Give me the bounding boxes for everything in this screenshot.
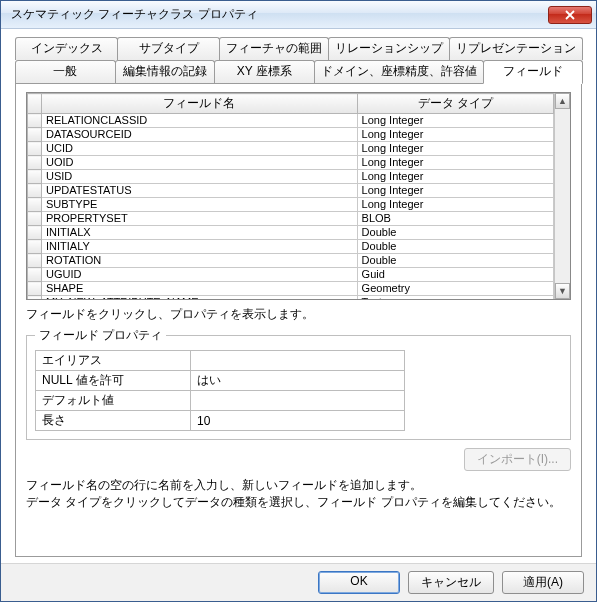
table-row[interactable]: PROPERTYSETBLOB <box>28 212 554 226</box>
header-field-name[interactable]: フィールド名 <box>42 94 358 114</box>
row-header[interactable] <box>28 282 42 296</box>
cell-data-type[interactable]: Long Integer <box>357 114 553 128</box>
tab-subtype[interactable]: サブタイプ <box>117 37 220 60</box>
cell-data-type[interactable]: Geometry <box>357 282 553 296</box>
cell-field-name[interactable]: USID <box>42 170 358 184</box>
table-row[interactable]: INITIALXDouble <box>28 226 554 240</box>
tab-relationship[interactable]: リレーションシップ <box>328 37 450 60</box>
dialog-window: スケマティック フィーチャクラス プロパティ インデックス サブタイプ フィーチ… <box>0 0 597 602</box>
tab-feature-extent[interactable]: フィーチャの範囲 <box>219 37 329 60</box>
table-row[interactable]: SHAPEGeometry <box>28 282 554 296</box>
row-header[interactable] <box>28 254 42 268</box>
cell-field-name[interactable]: DATASOURCEID <box>42 128 358 142</box>
table-row[interactable]: INITIALYDouble <box>28 240 554 254</box>
table-row[interactable]: ROTATIONDouble <box>28 254 554 268</box>
row-header[interactable] <box>28 198 42 212</box>
property-value[interactable]: はい <box>190 371 404 391</box>
tab-representation[interactable]: リプレゼンテーション <box>449 37 583 60</box>
close-button[interactable] <box>548 6 592 24</box>
tab-panel-fields: フィールド名 データ タイプ RELATIONCLASSIDLong Integ… <box>15 83 582 557</box>
scroll-up-arrow[interactable]: ▲ <box>555 93 570 109</box>
header-data-type[interactable]: データ タイプ <box>357 94 553 114</box>
scroll-track[interactable] <box>555 109 570 283</box>
tab-fields[interactable]: フィールド <box>483 60 584 84</box>
hint-line-1: フィールド名の空の行に名前を入力し、新しいフィールドを追加します。 <box>26 478 422 492</box>
tab-general[interactable]: 一般 <box>15 60 116 83</box>
cell-data-type[interactable]: Long Integer <box>357 198 553 212</box>
cell-data-type[interactable]: Guid <box>357 268 553 282</box>
property-value[interactable]: 10 <box>190 411 404 431</box>
field-table[interactable]: フィールド名 データ タイプ RELATIONCLASSIDLong Integ… <box>27 93 554 299</box>
hint-add-field: フィールド名の空の行に名前を入力し、新しいフィールドを追加します。 データ タイ… <box>26 477 571 512</box>
tab-editor-tracking[interactable]: 編集情報の記録 <box>115 60 216 83</box>
row-header[interactable] <box>28 226 42 240</box>
table-row[interactable]: UCIDLong Integer <box>28 142 554 156</box>
field-table-container: フィールド名 データ タイプ RELATIONCLASSIDLong Integ… <box>26 92 571 300</box>
cell-data-type[interactable]: Long Integer <box>357 170 553 184</box>
property-label: NULL 値を許可 <box>36 371 191 391</box>
cell-field-name[interactable]: UCID <box>42 142 358 156</box>
table-row[interactable]: UPDATESTATUSLong Integer <box>28 184 554 198</box>
property-row[interactable]: 長さ10 <box>36 411 405 431</box>
row-header[interactable] <box>28 128 42 142</box>
row-header[interactable] <box>28 114 42 128</box>
property-value[interactable] <box>190 391 404 411</box>
row-header[interactable] <box>28 142 42 156</box>
field-table-scrollbar[interactable]: ▲ ▼ <box>554 93 570 299</box>
table-row[interactable]: DATASOURCEIDLong Integer <box>28 128 554 142</box>
cancel-button[interactable]: キャンセル <box>408 571 494 594</box>
cell-field-name[interactable]: INITIALX <box>42 226 358 240</box>
field-properties-table[interactable]: エイリアスNULL 値を許可はいデフォルト値長さ10 <box>35 350 405 431</box>
hint-line-2: データ タイプをクリックしてデータの種類を選択し、フィールド プロパティを編集し… <box>26 495 561 509</box>
cell-data-type[interactable]: Long Integer <box>357 156 553 170</box>
property-label: エイリアス <box>36 351 191 371</box>
cell-field-name[interactable]: RELATIONCLASSID <box>42 114 358 128</box>
cell-data-type[interactable]: Long Integer <box>357 142 553 156</box>
import-button: インポート(I)... <box>464 448 571 471</box>
cell-field-name[interactable]: UGUID <box>42 268 358 282</box>
table-row[interactable]: UGUIDGuid <box>28 268 554 282</box>
table-row[interactable]: MY_NEW_ATTRIBUTE_NAMEText <box>28 296 554 300</box>
cell-data-type[interactable]: Text <box>357 296 553 300</box>
table-row[interactable]: USIDLong Integer <box>28 170 554 184</box>
window-title: スケマティック フィーチャクラス プロパティ <box>11 6 548 23</box>
field-table-header-row: フィールド名 データ タイプ <box>28 94 554 114</box>
table-row[interactable]: SUBTYPELong Integer <box>28 198 554 212</box>
property-row[interactable]: デフォルト値 <box>36 391 405 411</box>
cell-data-type[interactable]: Long Integer <box>357 184 553 198</box>
cell-data-type[interactable]: BLOB <box>357 212 553 226</box>
property-row[interactable]: NULL 値を許可はい <box>36 371 405 391</box>
cell-data-type[interactable]: Double <box>357 254 553 268</box>
cell-data-type[interactable]: Double <box>357 226 553 240</box>
cell-field-name[interactable]: UPDATESTATUS <box>42 184 358 198</box>
close-icon <box>565 10 575 20</box>
cell-field-name[interactable]: UOID <box>42 156 358 170</box>
tab-xy-coords[interactable]: XY 座標系 <box>214 60 315 83</box>
cell-field-name[interactable]: INITIALY <box>42 240 358 254</box>
cell-field-name[interactable]: MY_NEW_ATTRIBUTE_NAME <box>42 296 358 300</box>
table-row[interactable]: UOIDLong Integer <box>28 156 554 170</box>
property-value[interactable] <box>190 351 404 371</box>
cell-data-type[interactable]: Long Integer <box>357 128 553 142</box>
tab-domain-precision[interactable]: ドメイン、座標精度、許容値 <box>314 60 484 83</box>
scroll-down-arrow[interactable]: ▼ <box>555 283 570 299</box>
row-header[interactable] <box>28 296 42 300</box>
dialog-footer: OK キャンセル 適用(A) <box>1 563 596 601</box>
cell-field-name[interactable]: PROPERTYSET <box>42 212 358 226</box>
cell-field-name[interactable]: ROTATION <box>42 254 358 268</box>
property-row[interactable]: エイリアス <box>36 351 405 371</box>
row-header[interactable] <box>28 212 42 226</box>
cell-field-name[interactable]: SUBTYPE <box>42 198 358 212</box>
table-row[interactable]: RELATIONCLASSIDLong Integer <box>28 114 554 128</box>
cell-data-type[interactable]: Double <box>357 240 553 254</box>
ok-button[interactable]: OK <box>318 571 400 594</box>
row-header[interactable] <box>28 184 42 198</box>
row-header[interactable] <box>28 268 42 282</box>
row-header[interactable] <box>28 240 42 254</box>
row-header[interactable] <box>28 156 42 170</box>
tab-index[interactable]: インデックス <box>15 37 118 60</box>
apply-button[interactable]: 適用(A) <box>502 571 584 594</box>
row-header[interactable] <box>28 170 42 184</box>
property-label: デフォルト値 <box>36 391 191 411</box>
cell-field-name[interactable]: SHAPE <box>42 282 358 296</box>
